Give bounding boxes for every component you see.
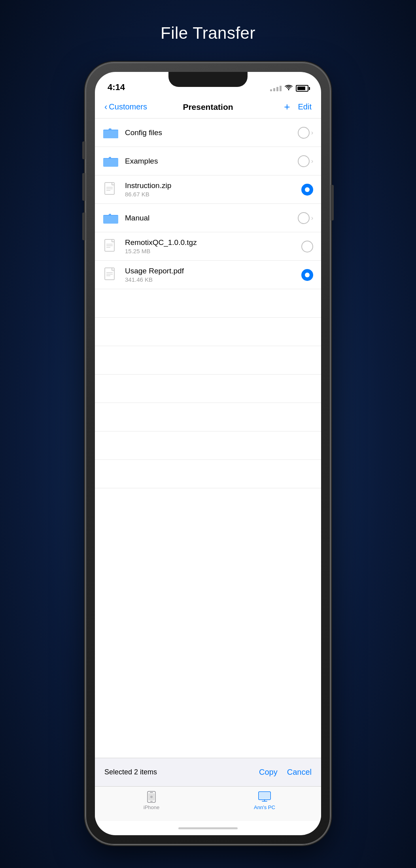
list-item[interactable]: Instruction.zip 86.67 KB (95, 175, 321, 204)
back-label: Customers (109, 102, 147, 111)
nav-actions: + Edit (260, 101, 312, 113)
empty-row (95, 346, 321, 375)
file-name: Examples (125, 157, 298, 166)
nav-title: Presentation (156, 102, 260, 112)
status-icons (270, 84, 308, 92)
signal-icon (270, 86, 282, 91)
add-button[interactable]: + (284, 101, 290, 113)
notch (168, 72, 248, 87)
phone-shell: 4:14 (85, 62, 331, 845)
silent-button (82, 141, 85, 159)
tab-bar: iPhone Ann's PC (95, 786, 321, 821)
file-size: 15.25 MB (125, 248, 301, 254)
chevron-right-icon: › (311, 215, 313, 222)
svg-rect-17 (150, 801, 153, 802)
file-icon (103, 267, 119, 283)
svg-rect-21 (259, 793, 270, 799)
list-item[interactable]: Manual › (95, 204, 321, 232)
file-size: 341.46 KB (125, 276, 301, 283)
selected-count: Selected 2 items (104, 768, 259, 776)
file-name: Config files (125, 128, 298, 137)
file-info: Examples (125, 157, 298, 166)
navigation-bar: ‹ Customers Presentation + Edit (95, 96, 321, 119)
copy-button[interactable]: Copy (259, 768, 278, 777)
monitor-icon (258, 791, 271, 802)
file-info: Usage Report.pdf 341.46 KB (125, 267, 301, 283)
folder-selector: › (298, 155, 313, 167)
chevron-right-icon: › (311, 158, 313, 165)
tab-anns-pc[interactable]: Ann's PC (208, 791, 321, 810)
wifi-icon (285, 84, 293, 92)
list-item[interactable]: RemotixQC_1.0.0.tgz 15.25 MB (95, 232, 321, 261)
file-icon (103, 239, 119, 254)
folder-icon (103, 210, 119, 226)
power-button (331, 185, 334, 220)
file-icon (103, 182, 119, 198)
folder-selector: › (298, 212, 313, 224)
cancel-button[interactable]: Cancel (287, 768, 312, 777)
svg-rect-16 (150, 792, 153, 793)
empty-row (95, 375, 321, 403)
bottom-action-bar: Selected 2 items Copy Cancel (95, 758, 321, 786)
folder-icon (103, 125, 119, 141)
tab-anns-pc-label: Ann's PC (254, 804, 275, 810)
status-time: 4:14 (108, 82, 125, 92)
file-info: RemotixQC_1.0.0.tgz 15.25 MB (125, 238, 301, 254)
empty-row (95, 431, 321, 460)
empty-row (95, 318, 321, 346)
volume-up-button (82, 173, 85, 201)
file-selector-selected[interactable] (301, 269, 313, 281)
empty-row (95, 460, 321, 488)
bottom-actions: Copy Cancel (259, 768, 312, 777)
empty-row (95, 289, 321, 318)
svg-point-0 (288, 89, 289, 90)
chevron-left-icon: ‹ (104, 102, 107, 112)
folder-selector: › (298, 127, 313, 139)
file-info: Instruction.zip 86.67 KB (125, 181, 301, 198)
phone-screen: 4:14 (95, 72, 321, 835)
volume-down-button (82, 213, 85, 240)
list-item[interactable]: Config files › (95, 119, 321, 147)
file-list: Config files › (95, 119, 321, 758)
iphone-icon (145, 791, 158, 802)
chevron-right-icon: › (311, 129, 313, 136)
list-item[interactable]: Examples › (95, 147, 321, 175)
file-size: 86.67 KB (125, 191, 301, 198)
file-name: RemotixQC_1.0.0.tgz (125, 238, 301, 247)
file-name: Manual (125, 214, 298, 222)
file-name: Instruction.zip (125, 181, 301, 190)
battery-icon (296, 85, 308, 92)
tab-iphone[interactable]: iPhone (95, 791, 208, 810)
file-info: Config files (125, 128, 298, 137)
page-title: File Transfer (161, 24, 255, 43)
back-button[interactable]: ‹ Customers (104, 102, 156, 112)
folder-icon (103, 153, 119, 169)
home-bar (178, 827, 238, 829)
home-indicator (95, 821, 321, 835)
file-info: Manual (125, 214, 298, 222)
file-selector[interactable] (301, 241, 313, 252)
list-item[interactable]: Usage Report.pdf 341.46 KB (95, 261, 321, 289)
edit-button[interactable]: Edit (298, 102, 312, 111)
tab-iphone-label: iPhone (144, 804, 159, 810)
file-name: Usage Report.pdf (125, 267, 301, 275)
empty-row (95, 403, 321, 431)
file-selector-selected[interactable] (301, 184, 313, 196)
svg-point-19 (150, 796, 153, 798)
